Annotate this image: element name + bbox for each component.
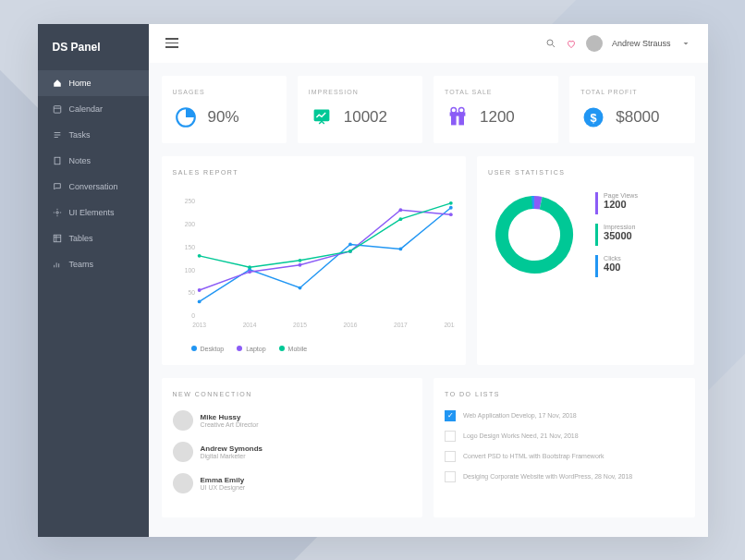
nav-icon <box>53 260 62 269</box>
nav-label: Conversation <box>69 182 118 191</box>
user-avatar[interactable] <box>586 35 603 52</box>
svg-point-34 <box>298 262 301 266</box>
chevron-down-icon[interactable] <box>680 38 691 49</box>
svg-rect-0 <box>54 105 61 113</box>
app-window: DS Panel HomeCalendarTasksNotesConversat… <box>38 24 708 537</box>
svg-rect-8 <box>458 115 464 125</box>
legend-dot <box>237 346 242 351</box>
avatar <box>173 473 193 493</box>
connections-title: NEW CONNECTION <box>173 391 412 397</box>
svg-text:2018: 2018 <box>444 321 455 327</box>
stat-value: 35000 <box>604 230 635 241</box>
connection-role: Creative Art Director <box>201 421 259 428</box>
svg-point-2 <box>55 211 58 213</box>
svg-text:0: 0 <box>191 312 195 319</box>
checkbox[interactable] <box>445 431 456 442</box>
stat-icon <box>445 104 470 130</box>
checkbox[interactable] <box>445 410 456 421</box>
donut-stats: Page Views1200Impression35000Clicks400 <box>595 192 638 277</box>
svg-point-26 <box>197 299 201 303</box>
stat-card-total-profit: TOTAL PROFIT$$8000 <box>569 76 694 143</box>
svg-text:$: $ <box>591 111 597 124</box>
sidebar-item-teams[interactable]: Teams <box>38 251 149 277</box>
svg-rect-3 <box>54 235 61 242</box>
nav-label: Tables <box>69 234 93 243</box>
stat-icon: $ <box>580 104 606 130</box>
search-icon[interactable] <box>545 38 556 49</box>
nav-icon <box>53 104 62 114</box>
stat-card-usages: USAGES90% <box>162 76 287 143</box>
legend-label: Laptop <box>246 346 265 352</box>
stat-label: IMPRESSION <box>309 89 411 95</box>
todo-item[interactable]: Logo Design Works Need, 21 Nov, 2018 <box>445 431 684 442</box>
stat-label: TOTAL PROFIT <box>580 89 683 95</box>
nav-icon <box>53 156 62 165</box>
connection-item[interactable]: Mike HussyCreative Art Director <box>173 410 412 431</box>
sales-chart: 050100150200250201320142015201620172018 <box>173 189 456 336</box>
donut-stat: Page Views1200 <box>595 192 638 214</box>
stat-value: 400 <box>604 262 621 273</box>
svg-point-40 <box>298 258 301 262</box>
legend-dot <box>279 346 285 351</box>
stat-card-impression: IMPRESSION10002 <box>298 76 422 143</box>
svg-text:200: 200 <box>184 220 194 226</box>
brand-title: DS Panel <box>38 24 149 70</box>
topbar: Andrew Strauss <box>149 24 708 63</box>
nav-icon <box>53 130 62 140</box>
stat-bar <box>595 224 598 246</box>
checkbox[interactable] <box>445 451 456 462</box>
stat-value: 1200 <box>604 199 638 210</box>
avatar <box>173 410 193 431</box>
stat-value: 10002 <box>344 108 387 127</box>
svg-text:250: 250 <box>184 198 194 204</box>
nav-icon <box>53 182 62 191</box>
sidebar-item-notes[interactable]: Notes <box>38 148 149 174</box>
sidebar-item-tasks[interactable]: Tasks <box>38 122 149 148</box>
nav-label: UI Elements <box>69 208 115 217</box>
todos-card: TO DO LISTS Web Application Develop, 17 … <box>434 378 695 517</box>
svg-text:150: 150 <box>184 243 194 250</box>
checkbox[interactable] <box>445 471 456 482</box>
connection-item[interactable]: Emma EmilyUI UX Designer <box>173 473 412 493</box>
user-name[interactable]: Andrew Strauss <box>612 39 671 48</box>
sidebar-item-ui-elements[interactable]: UI Elements <box>38 200 149 225</box>
nav-label: Teams <box>69 260 94 269</box>
legend-dot <box>191 346 197 351</box>
connection-name: Mike Hussy <box>201 413 259 421</box>
todo-text: Desiging Corporate Website with WordPres… <box>463 473 632 480</box>
stat-label: Page Views <box>604 192 638 199</box>
donut-stat: Impression35000 <box>595 224 638 246</box>
todo-text: Convert PSD to HTML with Bootstrap Frame… <box>463 453 605 459</box>
charts-row: SALES REPORT 050100150200250201320142015… <box>162 156 695 365</box>
todo-item[interactable]: Convert PSD to HTML with Bootstrap Frame… <box>445 451 684 462</box>
svg-rect-6 <box>313 109 329 121</box>
svg-point-38 <box>197 253 201 257</box>
connection-role: UI UX Designer <box>201 484 246 491</box>
notification-icon[interactable] <box>566 38 577 49</box>
content: USAGES90%IMPRESSION10002TOTAL SALE1200TO… <box>149 63 708 537</box>
svg-point-36 <box>398 208 402 212</box>
sidebar-item-calendar[interactable]: Calendar <box>38 96 149 122</box>
todo-item[interactable]: Web Application Develop, 17 Nov, 2018 <box>445 410 684 421</box>
connection-item[interactable]: Andrew SymondsDigital Marketer <box>173 442 412 462</box>
svg-text:2015: 2015 <box>293 321 307 327</box>
sidebar-item-home[interactable]: Home <box>38 70 149 96</box>
stat-value: 1200 <box>480 108 515 127</box>
nav-icon <box>53 79 62 88</box>
nav-label: Notes <box>69 156 92 165</box>
stat-icon <box>173 104 199 130</box>
bottom-row: NEW CONNECTION Mike HussyCreative Art Di… <box>162 378 695 517</box>
svg-point-29 <box>348 242 352 246</box>
sidebar-item-tables[interactable]: Tables <box>38 225 149 251</box>
donut-wrap: Page Views1200Impression35000Clicks400 <box>488 189 683 281</box>
legend-label: Desktop <box>201 346 225 352</box>
connection-name: Andrew Symonds <box>201 444 263 453</box>
sidebar-item-conversation[interactable]: Conversation <box>38 174 149 200</box>
hamburger-icon[interactable] <box>165 38 178 48</box>
nav-label: Home <box>69 79 92 88</box>
svg-point-39 <box>248 265 251 269</box>
svg-point-37 <box>448 213 452 216</box>
todo-item[interactable]: Desiging Corporate Website with WordPres… <box>445 471 684 482</box>
stat-bar <box>595 192 598 214</box>
todo-text: Web Application Develop, 17 Nov, 2018 <box>463 412 577 419</box>
